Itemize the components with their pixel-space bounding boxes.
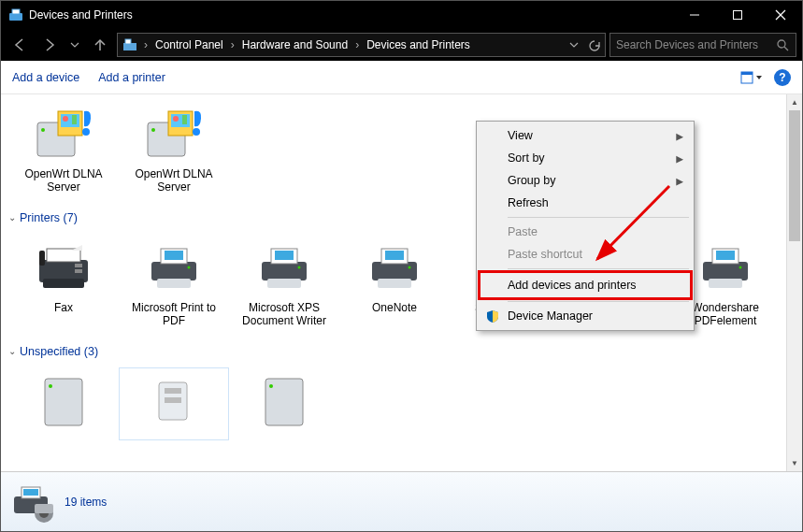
- printer-item[interactable]: Microsoft XPS Document Writer: [229, 234, 339, 332]
- svg-rect-30: [75, 269, 82, 273]
- up-button[interactable]: [87, 32, 113, 58]
- menu-group-by[interactable]: Group by▶: [480, 169, 691, 192]
- device-item[interactable]: [119, 367, 229, 440]
- svg-point-20: [151, 128, 155, 132]
- devices-printers-icon: [10, 480, 55, 525]
- window-title: Devices and Printers: [29, 8, 133, 22]
- menu-separator: [508, 301, 689, 302]
- chevron-right-icon: ›: [229, 38, 237, 51]
- printer-icon: [692, 237, 759, 297]
- menu-paste-shortcut: Paste shortcut: [480, 243, 691, 266]
- device-item[interactable]: OpenWrt DLNA Server: [8, 100, 119, 198]
- search-input[interactable]: Search Devices and Printers: [609, 33, 796, 57]
- media-server-icon: [30, 104, 97, 164]
- breadcrumb-part[interactable]: Devices and Printers: [361, 38, 476, 51]
- titlebar: Devices and Printers: [1, 1, 802, 29]
- svg-rect-34: [165, 251, 183, 260]
- svg-rect-11: [741, 72, 753, 75]
- device-item[interactable]: [8, 367, 119, 440]
- svg-point-8: [778, 40, 785, 48]
- search-placeholder: Search Devices and Printers: [616, 38, 775, 51]
- scrollbar-thumb[interactable]: [789, 110, 800, 241]
- device-item[interactable]: OpenWrt DLNA Server: [119, 100, 229, 198]
- printer-item[interactable]: Fax: [8, 234, 119, 332]
- svg-rect-39: [275, 251, 294, 260]
- svg-rect-27: [47, 249, 80, 262]
- back-button[interactable]: [7, 32, 33, 58]
- printer-label: OneNote: [372, 301, 417, 314]
- svg-point-13: [41, 128, 45, 132]
- recent-locations-button[interactable]: [66, 32, 83, 58]
- svg-rect-1: [12, 9, 20, 14]
- submenu-arrow-icon: ▶: [676, 174, 683, 188]
- search-icon[interactable]: [775, 37, 790, 52]
- svg-rect-17: [72, 115, 77, 124]
- svg-rect-59: [716, 251, 735, 260]
- svg-rect-31: [39, 251, 45, 266]
- devices-printers-icon: [8, 7, 23, 22]
- svg-rect-60: [709, 279, 742, 288]
- menu-sort-by[interactable]: Sort by▶: [480, 147, 691, 169]
- chevron-down-icon: ⌄: [8, 212, 16, 223]
- refresh-button[interactable]: [584, 34, 605, 56]
- svg-rect-42: [372, 262, 417, 280]
- shield-icon: [485, 309, 500, 324]
- printer-item[interactable]: Microsoft Print to PDF: [119, 234, 229, 332]
- svg-rect-28: [43, 279, 84, 288]
- submenu-arrow-icon: ▶: [676, 129, 683, 143]
- printers-header-label: Printers (7): [20, 211, 78, 224]
- close-button[interactable]: [759, 1, 802, 29]
- printer-item[interactable]: OneNote: [339, 234, 450, 332]
- svg-point-23: [173, 116, 179, 122]
- svg-rect-45: [378, 279, 411, 288]
- svg-rect-29: [75, 264, 82, 267]
- svg-rect-37: [262, 262, 307, 280]
- help-button[interactable]: ?: [774, 69, 791, 86]
- location-icon: [122, 36, 138, 53]
- menu-add-devices-and-printers[interactable]: Add devices and printers: [480, 272, 691, 298]
- breadcrumb-part[interactable]: Hardware and Sound: [237, 38, 353, 51]
- maximize-button[interactable]: [716, 1, 759, 29]
- svg-rect-75: [35, 504, 53, 513]
- menu-view[interactable]: View▶: [480, 124, 691, 147]
- status-item-count: 19 items: [65, 496, 107, 509]
- chevron-right-icon: ›: [353, 38, 361, 51]
- add-device-button[interactable]: Add a device: [12, 71, 79, 84]
- history-dropdown-button[interactable]: [564, 34, 584, 56]
- svg-line-9: [784, 47, 788, 50]
- vertical-scrollbar[interactable]: ▲ ▼: [786, 94, 802, 471]
- printer-label: Microsoft XPS Document Writer: [231, 301, 337, 328]
- printer-label: Microsoft Print to PDF: [121, 301, 227, 328]
- context-menu: View▶ Sort by▶ Group by▶ Refresh Paste P…: [476, 121, 695, 331]
- svg-point-36: [188, 266, 191, 268]
- svg-point-63: [49, 384, 52, 388]
- status-bar: 19 items: [1, 471, 802, 531]
- add-printer-button[interactable]: Add a printer: [98, 71, 165, 84]
- menu-device-manager[interactable]: Device Manager: [480, 305, 691, 327]
- breadcrumb-part[interactable]: Control Panel: [150, 38, 229, 51]
- unspecified-group-header[interactable]: ⌄ Unspecified (3): [1, 341, 802, 362]
- forward-button[interactable]: [36, 32, 63, 58]
- svg-rect-65: [165, 388, 181, 394]
- menu-separator: [508, 217, 689, 218]
- svg-rect-72: [23, 489, 38, 496]
- svg-rect-57: [703, 262, 748, 280]
- minimize-button[interactable]: [673, 1, 716, 29]
- view-options-button[interactable]: [738, 67, 765, 88]
- svg-point-16: [63, 116, 68, 122]
- unspecified-row: [1, 362, 802, 450]
- toolbar: Add a device Add a printer ?: [1, 61, 802, 94]
- menu-refresh[interactable]: Refresh: [480, 192, 691, 214]
- breadcrumb[interactable]: › Control Panel › Hardware and Sound › D…: [117, 33, 606, 57]
- svg-rect-24: [182, 115, 187, 124]
- device-label: OpenWrt DLNA Server: [10, 167, 117, 194]
- svg-point-18: [82, 128, 90, 136]
- printer-label: Fax: [54, 301, 73, 314]
- media-server-icon: [140, 104, 208, 164]
- device-item[interactable]: [229, 367, 339, 440]
- submenu-arrow-icon: ▶: [676, 151, 683, 165]
- svg-rect-7: [125, 39, 131, 44]
- scroll-up-arrow-icon[interactable]: ▲: [787, 94, 802, 110]
- svg-point-61: [739, 266, 742, 268]
- scroll-down-arrow-icon[interactable]: ▼: [787, 455, 802, 471]
